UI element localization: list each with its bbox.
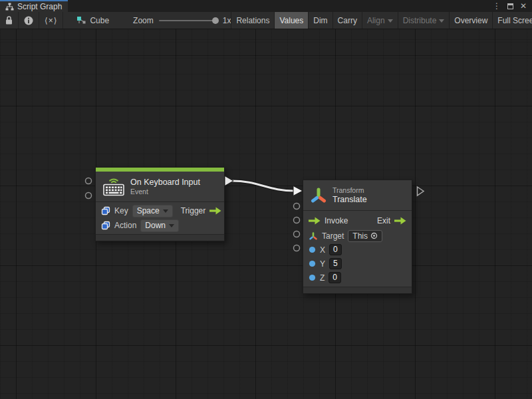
target-value-chip[interactable]: This bbox=[348, 230, 382, 242]
info-button[interactable] bbox=[19, 12, 39, 29]
lock-icon bbox=[5, 16, 13, 25]
event-node-subtitle: Event bbox=[130, 188, 200, 196]
relations-label: Relations bbox=[236, 16, 269, 25]
node-transform-translate[interactable]: Transform Translate Invoke Exit bbox=[303, 180, 412, 294]
y-row: Y 5 bbox=[303, 257, 412, 271]
graph-hierarchy-icon bbox=[5, 3, 14, 11]
x-input-port[interactable] bbox=[294, 217, 300, 223]
key-dropdown[interactable]: Space bbox=[132, 205, 173, 217]
y-label: Y bbox=[320, 259, 325, 269]
y-value-input[interactable]: 5 bbox=[329, 258, 342, 269]
lock-button[interactable] bbox=[0, 12, 19, 29]
target-input-port[interactable] bbox=[294, 203, 300, 209]
zoom-slider-handle[interactable] bbox=[212, 17, 219, 24]
value-port-dot-icon bbox=[309, 246, 316, 253]
breadcrumb-label: Cube bbox=[90, 16, 109, 25]
info-icon bbox=[24, 16, 33, 25]
toolbar-toggles: Relations Values Dim Carry Align Distrib… bbox=[231, 12, 532, 29]
key-label: Key bbox=[114, 206, 128, 215]
x-row: X 0 bbox=[303, 243, 412, 257]
y-input-port[interactable] bbox=[294, 231, 300, 237]
action-row: Action Down bbox=[96, 218, 224, 233]
zoom-slider[interactable] bbox=[159, 20, 217, 21]
invoke-input-port[interactable] bbox=[293, 186, 303, 196]
z-value-input[interactable]: 0 bbox=[329, 272, 341, 283]
full-screen-button[interactable]: Full Screen bbox=[492, 12, 532, 29]
connections-overlay bbox=[0, 29, 532, 399]
chevron-down-icon bbox=[388, 19, 393, 23]
value-port-dot-icon bbox=[309, 260, 316, 267]
tab-script-graph[interactable]: Script Graph bbox=[0, 0, 68, 12]
script-graph-window: Script Graph ⋮ ✕ bbox=[0, 0, 532, 399]
full-screen-label: Full Screen bbox=[497, 16, 532, 25]
maximize-icon[interactable] bbox=[507, 3, 513, 9]
values-button[interactable]: Values bbox=[274, 12, 308, 29]
distribute-label: Distribute bbox=[403, 16, 437, 25]
trigger-output-port[interactable] bbox=[225, 176, 233, 186]
event-node-body: Key Space Trigger bbox=[96, 201, 224, 234]
unit-node-footer bbox=[303, 287, 412, 293]
key-dropdown-value: Space bbox=[137, 206, 160, 215]
action-dropdown[interactable]: Down bbox=[140, 219, 179, 232]
x-label: X bbox=[320, 245, 325, 255]
target-picker-icon bbox=[370, 232, 378, 239]
values-label: Values bbox=[279, 16, 303, 25]
chevron-down-icon bbox=[169, 224, 174, 227]
unit-node-body: Invoke Exit bbox=[303, 210, 412, 287]
window-controls: ⋮ ✕ bbox=[493, 0, 532, 12]
unit-node-title: Translate bbox=[332, 195, 367, 205]
titlebar: Script Graph ⋮ ✕ bbox=[0, 0, 532, 12]
action-label: Action bbox=[114, 221, 136, 230]
edit-script-button[interactable]: ⟨×⟩ bbox=[39, 12, 63, 29]
graph-breadcrumb[interactable]: Cube bbox=[70, 12, 116, 29]
connection-wire[interactable] bbox=[232, 181, 295, 191]
transform-icon bbox=[310, 187, 327, 204]
exit-label: Exit bbox=[377, 216, 390, 225]
keycode-icon bbox=[101, 221, 110, 230]
event-node-header: On Keyboard Input Event bbox=[96, 172, 224, 201]
close-icon[interactable]: ✕ bbox=[520, 1, 527, 11]
action-input-port[interactable] bbox=[86, 193, 92, 199]
dim-label: Dim bbox=[313, 16, 327, 25]
connection-wire-outline bbox=[232, 181, 295, 191]
invoke-row: Invoke Exit bbox=[303, 213, 412, 229]
value-port-dot-icon bbox=[309, 274, 316, 281]
align-label: Align bbox=[367, 16, 385, 25]
node-on-keyboard-input[interactable]: On Keyboard Input Event Key Space bbox=[95, 167, 225, 241]
event-node-title: On Keyboard Input bbox=[130, 178, 200, 188]
overview-label: Overview bbox=[454, 16, 487, 25]
menu-icon[interactable]: ⋮ bbox=[493, 1, 501, 11]
target-label: Target bbox=[322, 231, 344, 241]
zoom-control: Zoom 1x bbox=[133, 12, 231, 29]
zoom-value: 1x bbox=[223, 16, 231, 25]
invoke-label: Invoke bbox=[325, 216, 348, 225]
unit-node-header: Transform Translate bbox=[303, 180, 412, 210]
chevron-down-icon bbox=[439, 19, 444, 23]
key-row: Key Space Trigger bbox=[96, 203, 224, 218]
key-input-port[interactable] bbox=[86, 178, 92, 184]
keyboard-icon bbox=[102, 178, 125, 196]
x-value-input[interactable]: 0 bbox=[329, 244, 342, 255]
event-node-footer bbox=[96, 234, 224, 241]
target-row: Target This bbox=[303, 229, 412, 243]
action-dropdown-value: Down bbox=[145, 221, 166, 230]
relations-button[interactable]: Relations bbox=[231, 12, 274, 29]
chevron-down-icon bbox=[163, 209, 168, 213]
graph-toolbar: ⟨×⟩ Cube Zoom 1x Relations bbox=[0, 12, 532, 29]
transform-mini-icon bbox=[309, 231, 318, 241]
exit-output-port[interactable] bbox=[418, 187, 424, 196]
trigger-label: Trigger bbox=[181, 206, 206, 215]
tab-title: Script Graph bbox=[17, 2, 62, 11]
z-input-port[interactable] bbox=[294, 245, 300, 251]
trigger-flow-arrow-icon bbox=[209, 207, 221, 215]
unit-node-category: Transform bbox=[332, 186, 367, 195]
z-row: Z 0 bbox=[303, 271, 412, 285]
code-icon: ⟨×⟩ bbox=[45, 16, 57, 25]
graph-icon bbox=[76, 16, 86, 25]
distribute-button[interactable]: Distribute bbox=[398, 12, 450, 29]
align-button[interactable]: Align bbox=[362, 12, 398, 29]
dim-button[interactable]: Dim bbox=[308, 12, 332, 29]
overview-button[interactable]: Overview bbox=[449, 12, 492, 29]
carry-button[interactable]: Carry bbox=[332, 12, 362, 29]
graph-canvas[interactable]: On Keyboard Input Event Key Space bbox=[0, 29, 532, 399]
